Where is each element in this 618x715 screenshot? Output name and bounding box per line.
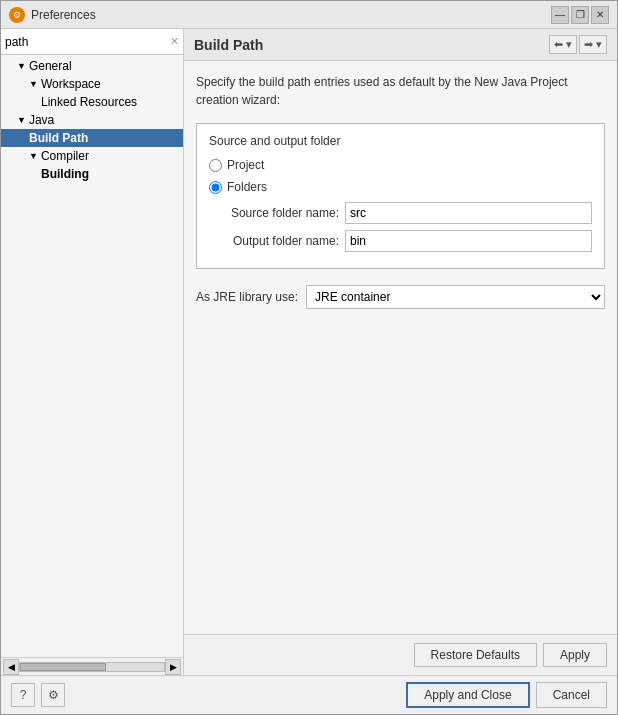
scroll-track[interactable] (19, 662, 165, 672)
very-bottom-bar: ? ⚙ Apply and Close Cancel (1, 675, 617, 714)
jre-select[interactable]: JRE container JRE system library Executi… (306, 285, 605, 309)
bottom-right-buttons: Apply and Close Cancel (406, 682, 607, 708)
expand-icon-compiler: ▼ (29, 151, 38, 161)
expand-icon-workspace: ▼ (29, 79, 38, 89)
jre-label: As JRE library use: (196, 290, 298, 304)
tree-item-java[interactable]: ▼ Java (1, 111, 183, 129)
radio-project-row: Project (209, 158, 592, 172)
scroll-left-arrow[interactable]: ◀ (3, 659, 19, 675)
output-folder-input[interactable] (345, 230, 592, 252)
description-text: Specify the build path entries used as d… (196, 73, 605, 109)
jre-row: As JRE library use: JRE container JRE sy… (196, 285, 605, 309)
tree-label-building: Building (41, 167, 89, 181)
preferences-window: ⚙ Preferences — ❐ ✕ ✕ ▼ General ▼ (0, 0, 618, 715)
source-folder-label: Source folder name: (209, 206, 339, 220)
nav-forward-button[interactable]: ➡ ▾ (579, 35, 607, 54)
scroll-thumb (20, 663, 106, 671)
settings-icon-button[interactable]: ⚙ (41, 683, 65, 707)
restore-button[interactable]: ❐ (571, 6, 589, 24)
apply-and-close-button[interactable]: Apply and Close (406, 682, 529, 708)
expand-icon-general: ▼ (17, 61, 26, 71)
cancel-button[interactable]: Cancel (536, 682, 607, 708)
bottom-left-icons: ? ⚙ (11, 683, 65, 707)
right-header: Build Path ⬅ ▾ ➡ ▾ (184, 29, 617, 61)
tree-label-linked-resources: Linked Resources (41, 95, 137, 109)
expand-icon-java: ▼ (17, 115, 26, 125)
radio-project[interactable] (209, 159, 222, 172)
radio-folders-row: Folders (209, 180, 592, 194)
tree-label-workspace: Workspace (41, 77, 101, 91)
right-header-title: Build Path (194, 37, 263, 53)
tree-item-building[interactable]: Building (1, 165, 183, 183)
output-folder-label: Output folder name: (209, 234, 339, 248)
nav-buttons: ⬅ ▾ ➡ ▾ (549, 35, 607, 54)
close-button[interactable]: ✕ (591, 6, 609, 24)
window-controls: — ❐ ✕ (551, 6, 609, 24)
restore-defaults-button[interactable]: Restore Defaults (414, 643, 537, 667)
output-folder-row: Output folder name: (209, 230, 592, 252)
tree-label-compiler: Compiler (41, 149, 89, 163)
horizontal-scrollbar[interactable]: ◀ ▶ (1, 657, 183, 675)
title-bar: ⚙ Preferences — ❐ ✕ (1, 1, 617, 29)
settings-icon: ⚙ (48, 688, 59, 702)
left-panel: ✕ ▼ General ▼ Workspace Linked Resources (1, 29, 184, 675)
bottom-bar: Restore Defaults Apply (184, 634, 617, 675)
tree-area: ▼ General ▼ Workspace Linked Resources ▼… (1, 55, 183, 657)
section-title: Source and output folder (209, 134, 592, 148)
help-icon: ? (20, 688, 27, 702)
radio-folders-label[interactable]: Folders (227, 180, 267, 194)
right-body: Specify the build path entries used as d… (184, 61, 617, 634)
nav-back-button[interactable]: ⬅ ▾ (549, 35, 577, 54)
source-folder-input[interactable] (345, 202, 592, 224)
right-panel: Build Path ⬅ ▾ ➡ ▾ Specify the build pat… (184, 29, 617, 675)
tree-item-build-path[interactable]: Build Path (1, 129, 183, 147)
tree-label-general: General (29, 59, 72, 73)
main-content: ✕ ▼ General ▼ Workspace Linked Resources (1, 29, 617, 675)
radio-folders[interactable] (209, 181, 222, 194)
app-icon: ⚙ (9, 7, 25, 23)
window-title: Preferences (31, 8, 551, 22)
source-output-group: Source and output folder Project Folders… (196, 123, 605, 269)
search-bar: ✕ (1, 29, 183, 55)
apply-button[interactable]: Apply (543, 643, 607, 667)
tree-item-workspace[interactable]: ▼ Workspace (1, 75, 183, 93)
search-input[interactable] (5, 35, 170, 49)
radio-project-label[interactable]: Project (227, 158, 264, 172)
tree-item-compiler[interactable]: ▼ Compiler (1, 147, 183, 165)
minimize-button[interactable]: — (551, 6, 569, 24)
tree-item-linked-resources[interactable]: Linked Resources (1, 93, 183, 111)
tree-label-java: Java (29, 113, 54, 127)
scroll-right-arrow[interactable]: ▶ (165, 659, 181, 675)
help-icon-button[interactable]: ? (11, 683, 35, 707)
tree-label-build-path: Build Path (29, 131, 88, 145)
search-clear-icon[interactable]: ✕ (170, 35, 179, 48)
tree-item-general[interactable]: ▼ General (1, 57, 183, 75)
source-folder-row: Source folder name: (209, 202, 592, 224)
